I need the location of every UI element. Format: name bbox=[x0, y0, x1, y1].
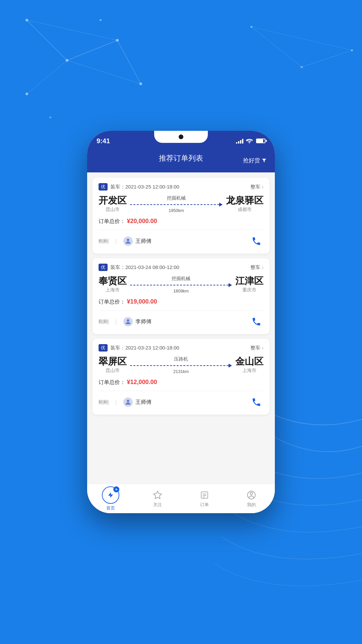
order-card[interactable]: 优 装车：2021-03-23 12:00-18:00 整车 › 翠屏区 昆山市… bbox=[93, 339, 269, 415]
price-value: ¥20,000.00 bbox=[127, 218, 157, 224]
svg-point-9 bbox=[139, 83, 142, 85]
nav-orders-label: 订单 bbox=[200, 502, 209, 508]
home-circle-icon bbox=[102, 486, 119, 504]
page-title: 推荐订单列表 bbox=[159, 153, 203, 163]
time-ago: 刚刚 bbox=[99, 399, 109, 406]
load-time: 装车：2021-03-23 12:00-18:00 bbox=[110, 345, 179, 351]
svg-line-1 bbox=[67, 40, 117, 60]
svg-line-14 bbox=[302, 50, 352, 67]
order-card[interactable]: 优 装车：2021-03-25 12:00-18:00 整车 › 开发区 昆山市… bbox=[93, 178, 269, 254]
route-section: 开发区 昆山市 挖掘机械 1950km 龙泉驿区 成都市 bbox=[99, 195, 263, 213]
svg-point-11 bbox=[100, 19, 102, 21]
filter-icon bbox=[261, 158, 267, 163]
order-type: 整车 bbox=[250, 345, 260, 351]
camera bbox=[179, 135, 183, 139]
wifi-icon bbox=[246, 138, 253, 144]
card-footer: 刚刚 ｜ 王师傅 bbox=[99, 230, 263, 248]
from-name: 奉贤区 bbox=[99, 276, 127, 286]
price-label: 订单总价： bbox=[99, 299, 125, 305]
driver-info: 刚刚 ｜ 王师傅 bbox=[99, 236, 152, 246]
from-location: 奉贤区 上海市 bbox=[99, 276, 127, 293]
driver-name: 王师傅 bbox=[135, 238, 152, 245]
card-header: 优 装车：2021-03-25 12:00-18:00 整车 › bbox=[99, 183, 263, 191]
follow-icon bbox=[152, 490, 163, 500]
from-city: 昆山市 bbox=[99, 368, 127, 374]
filter-label: 抢好货 bbox=[243, 157, 260, 164]
driver-avatar bbox=[123, 397, 133, 407]
svg-point-20 bbox=[127, 319, 129, 322]
route-middle: 挖掘机械 1950km bbox=[127, 195, 226, 213]
phone-button[interactable] bbox=[249, 315, 263, 329]
phone-button[interactable] bbox=[249, 395, 263, 409]
home-badge bbox=[113, 486, 119, 492]
svg-line-3 bbox=[27, 20, 117, 40]
route-middle: 挖掘机械 1809km bbox=[127, 276, 235, 293]
distance: 2131km bbox=[173, 369, 189, 374]
svg-point-16 bbox=[250, 26, 252, 28]
priority-badge: 优 bbox=[99, 264, 108, 271]
nav-follow[interactable]: 关注 bbox=[134, 490, 181, 508]
driver-info: 刚刚 ｜ 李师傅 bbox=[99, 317, 152, 326]
svg-line-5 bbox=[27, 60, 67, 94]
route-arrow bbox=[130, 364, 232, 368]
order-card[interactable]: 优 装车：2021-03-24 08:00-12:00 整车 › 奉贤区 上海市… bbox=[93, 258, 269, 334]
order-type: 整车 bbox=[250, 264, 260, 271]
to-name: 龙泉驿区 bbox=[226, 196, 263, 205]
route-section: 翠屏区 昆山市 压路机 2131km 金山区 上海市 bbox=[99, 356, 263, 374]
nav-profile-label: 我的 bbox=[247, 502, 256, 508]
svg-line-13 bbox=[251, 27, 302, 67]
from-city: 上海市 bbox=[99, 287, 127, 293]
price-value: ¥19,000.00 bbox=[127, 298, 157, 305]
phone-frame: 9:41 推荐订单列表 抢好货 bbox=[87, 131, 275, 513]
route-arrow bbox=[130, 203, 223, 207]
nav-follow-label: 关注 bbox=[153, 502, 162, 508]
from-name: 开发区 bbox=[99, 196, 127, 205]
orders-icon bbox=[199, 490, 210, 500]
svg-point-28 bbox=[250, 492, 253, 494]
route-arrow bbox=[130, 283, 232, 287]
load-time: 装车：2021-03-24 08:00-12:00 bbox=[110, 264, 179, 271]
card-footer: 刚刚 ｜ 李师傅 bbox=[99, 310, 263, 329]
battery-icon bbox=[256, 139, 265, 143]
driver-name: 王师傅 bbox=[135, 399, 152, 406]
to-location: 龙泉驿区 成都市 bbox=[226, 196, 263, 213]
notch bbox=[154, 131, 208, 143]
svg-point-19 bbox=[127, 239, 129, 241]
time-ago: 刚刚 bbox=[99, 238, 109, 245]
from-location: 开发区 昆山市 bbox=[99, 196, 127, 213]
svg-line-0 bbox=[27, 20, 67, 60]
to-city: 成都市 bbox=[226, 207, 263, 213]
card-header: 优 装车：2021-03-24 08:00-12:00 整车 › bbox=[99, 264, 263, 271]
nav-profile[interactable]: 我的 bbox=[228, 490, 275, 508]
cargo-type: 挖掘机械 bbox=[167, 195, 186, 201]
chevron-right-icon: › bbox=[262, 345, 263, 351]
phone-button[interactable] bbox=[249, 234, 263, 248]
route-middle: 压路机 2131km bbox=[127, 356, 235, 374]
driver-info: 刚刚 ｜ 王师傅 bbox=[99, 397, 152, 407]
svg-line-2 bbox=[117, 40, 141, 84]
price-label: 订单总价： bbox=[99, 379, 125, 385]
svg-point-8 bbox=[116, 39, 119, 42]
bottom-nav: 首页 关注 订单 bbox=[87, 484, 275, 513]
nav-orders[interactable]: 订单 bbox=[181, 490, 228, 508]
chevron-right-icon: › bbox=[262, 184, 263, 190]
load-time: 装车：2021-03-25 12:00-18:00 bbox=[110, 184, 179, 190]
svg-point-12 bbox=[49, 116, 51, 118]
price-row: 订单总价： ¥12,000.00 bbox=[99, 379, 263, 386]
priority-badge: 优 bbox=[99, 344, 108, 352]
cargo-type: 挖掘机械 bbox=[172, 276, 190, 282]
svg-point-21 bbox=[127, 400, 129, 402]
nav-home[interactable]: 首页 bbox=[87, 486, 134, 511]
svg-line-4 bbox=[67, 60, 141, 84]
svg-point-6 bbox=[25, 19, 28, 21]
distance: 1809km bbox=[173, 288, 189, 293]
svg-point-17 bbox=[301, 66, 303, 68]
filter-button[interactable]: 抢好货 bbox=[243, 157, 267, 164]
status-icons bbox=[236, 138, 265, 144]
profile-icon bbox=[246, 490, 257, 500]
time-ago: 刚刚 bbox=[99, 319, 109, 325]
card-header: 优 装车：2021-03-23 12:00-18:00 整车 › bbox=[99, 344, 263, 352]
from-location: 翠屏区 昆山市 bbox=[99, 357, 127, 374]
from-name: 翠屏区 bbox=[99, 357, 127, 366]
driver-avatar bbox=[123, 236, 133, 246]
